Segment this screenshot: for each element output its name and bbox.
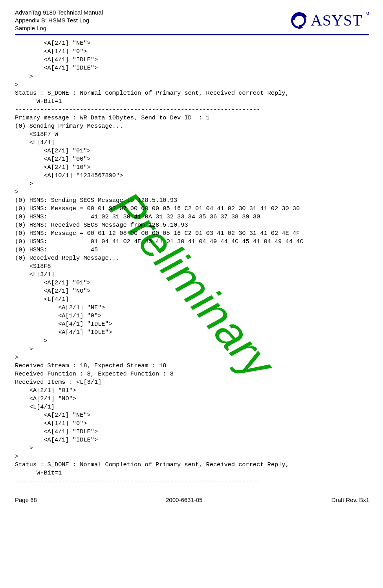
footer-docnum: 2000-6631-05 xyxy=(166,496,202,503)
logo-trademark: TM xyxy=(363,11,369,16)
doc-subsection: Sample Log xyxy=(15,24,103,32)
footer-rev: Draft Rev. Bx1 xyxy=(332,496,369,503)
footer-page: Page 68 xyxy=(15,496,37,503)
logo-swirl-icon xyxy=(291,12,308,29)
header-text-block: AdvanTag 9180 Technical Manual Appendix … xyxy=(15,9,103,32)
brand-logo: ASYSTTM xyxy=(291,11,369,29)
doc-section: Appendix B: HSMS Test Log xyxy=(15,16,103,24)
log-body: <A[2/1] "NE"> <A[1/1] "0"> <A[4/1] "IDLE… xyxy=(15,39,369,485)
page-footer: Page 68 2000-6631-05 Draft Rev. Bx1 xyxy=(15,495,369,503)
page-header: AdvanTag 9180 Technical Manual Appendix … xyxy=(15,9,369,35)
doc-title: AdvanTag 9180 Technical Manual xyxy=(15,9,103,16)
logo-word: ASYST xyxy=(311,11,363,29)
